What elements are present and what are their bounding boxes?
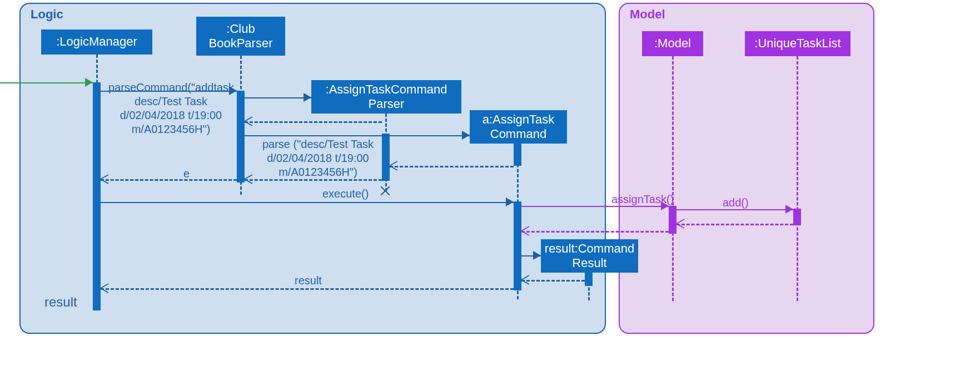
arrowhead-found-message <box>85 78 93 87</box>
msg-add: add() <box>723 196 749 210</box>
arrow-return-parse <box>245 179 382 181</box>
participant-club-book-parser: :Club BookParser <box>196 17 285 56</box>
arrowhead-add <box>785 205 793 214</box>
arrow-parse <box>245 135 470 136</box>
participant-logic-manager: :LogicManager <box>41 29 152 55</box>
arrow-return-create-result <box>521 280 585 282</box>
arrow-found-message <box>0 82 93 83</box>
msg-parse-command: parseCommand("addtask desc/Test Task d/0… <box>108 81 233 136</box>
destroy-icon <box>380 186 390 196</box>
participant-model: :Model <box>642 31 703 56</box>
arrow-result <box>101 288 514 290</box>
activation-model <box>669 206 676 234</box>
lifeline-model <box>672 56 674 301</box>
participant-command-result: result:Command Result <box>541 239 638 273</box>
model-frame-title: Model <box>630 7 665 22</box>
msg-execute: execute() <box>322 187 369 201</box>
participant-unique-task-list: :UniqueTaskList <box>745 31 850 56</box>
participant-assign-task-command: a:AssignTask Command <box>470 110 567 144</box>
logic-frame-title: Logic <box>31 7 63 22</box>
activation-assign-task-command-parser <box>382 134 390 181</box>
arrow-return-assign-task <box>521 231 669 233</box>
activation-assign-task-command-create <box>514 144 521 166</box>
msg-assign-task: assignTask() <box>611 193 674 206</box>
arrowhead-parse <box>462 131 470 140</box>
arrow-return-atc <box>390 166 514 167</box>
arrow-return-parser-create <box>245 121 382 123</box>
arrow-execute <box>101 202 514 203</box>
msg-result-return: result <box>295 274 322 288</box>
activation-unique-task-list <box>793 209 801 225</box>
participant-assign-task-command-parser: :AssignTaskCommand Parser <box>311 80 461 114</box>
activation-command-result <box>585 273 593 286</box>
arrowhead-create-parser <box>304 93 311 102</box>
msg-result-out: result <box>44 294 77 310</box>
activation-club-book-parser <box>237 91 245 182</box>
arrow-create-parser <box>245 97 311 98</box>
activation-assign-task-command-exec <box>514 201 521 290</box>
arrow-return-add <box>676 224 793 225</box>
arrow-return-e <box>101 179 237 181</box>
arrowhead-create-result <box>533 251 541 260</box>
msg-parse: parse ("desc/Test Task d/02/04/2018 t/19… <box>257 137 379 179</box>
lifeline-unique-task-list <box>797 56 798 301</box>
msg-e: e <box>183 167 190 181</box>
activation-logic-manager <box>93 82 101 310</box>
arrowhead-execute <box>506 198 514 206</box>
